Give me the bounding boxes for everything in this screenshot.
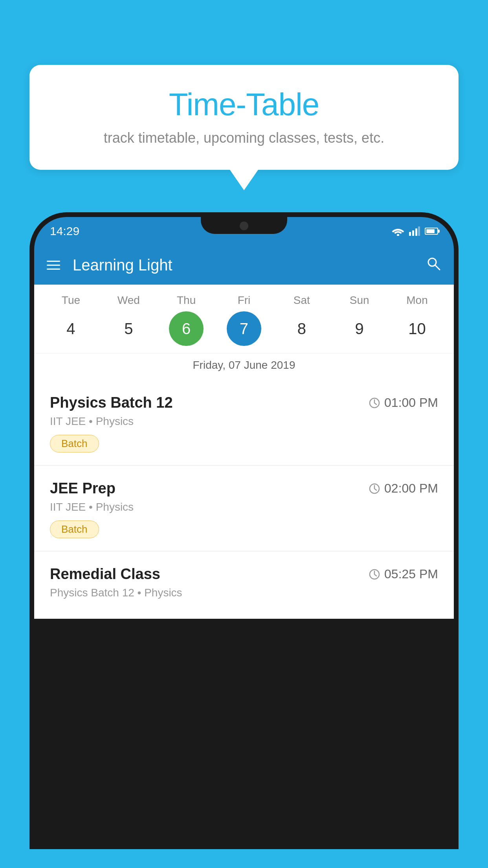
schedule-item-1-time: 01:00 PM xyxy=(369,395,438,410)
schedule-item-3-header: Remedial Class 05:25 PM xyxy=(50,566,438,583)
day-4[interactable]: 4 xyxy=(53,311,88,346)
schedule-item-1-header: Physics Batch 12 01:00 PM xyxy=(50,394,438,411)
schedule-item-3-time: 05:25 PM xyxy=(369,567,438,581)
day-header-sun: Sun xyxy=(342,294,377,307)
schedule-item-1-badge: Batch xyxy=(50,435,99,452)
speech-bubble: Time-Table track timetable, upcoming cla… xyxy=(29,65,459,170)
status-time: 14:29 xyxy=(50,224,79,238)
phone-inner: 14:29 xyxy=(34,217,454,849)
day-10[interactable]: 10 xyxy=(400,311,434,346)
schedule-item-2-title: JEE Prep xyxy=(50,480,116,497)
status-icons xyxy=(392,226,438,236)
schedule-item-3-meta: Physics Batch 12 • Physics xyxy=(50,587,438,599)
phone-notch xyxy=(201,212,287,234)
day-headers: Tue Wed Thu Fri Sat Sun Mon xyxy=(34,294,454,307)
wifi-icon xyxy=(392,226,404,236)
bubble-subtitle: track timetable, upcoming classes, tests… xyxy=(57,130,431,146)
schedule-item-2-meta: IIT JEE • Physics xyxy=(50,501,438,513)
signal-icon xyxy=(409,226,420,236)
svg-rect-3 xyxy=(415,228,417,236)
schedule-item-2-time: 02:00 PM xyxy=(369,481,438,496)
hamburger-menu-button[interactable] xyxy=(47,261,60,270)
app-bar-title: Learning Light xyxy=(73,256,413,274)
schedule-item-3[interactable]: Remedial Class 05:25 PM Physics Batch 12… xyxy=(34,552,454,619)
clock-icon xyxy=(369,483,380,495)
app-bar: Learning Light xyxy=(34,245,454,285)
battery-icon xyxy=(425,228,438,235)
schedule-item-1-title: Physics Batch 12 xyxy=(50,394,173,411)
schedule-item-3-title: Remedial Class xyxy=(50,566,160,583)
day-header-fri: Fri xyxy=(227,294,261,307)
svg-rect-1 xyxy=(409,232,411,236)
svg-line-6 xyxy=(435,265,440,270)
svg-point-0 xyxy=(397,234,399,236)
day-header-sat: Sat xyxy=(284,294,319,307)
day-7-selected[interactable]: 7 xyxy=(227,311,261,346)
hamburger-line xyxy=(47,261,60,262)
day-header-tue: Tue xyxy=(53,294,88,307)
calendar-strip: Tue Wed Thu Fri Sat Sun Mon 4 5 6 7 8 9 … xyxy=(34,285,454,380)
schedule-list: Physics Batch 12 01:00 PM IIT JEE • Phys… xyxy=(34,380,454,619)
schedule-item-1-meta: IIT JEE • Physics xyxy=(50,415,438,428)
svg-rect-2 xyxy=(412,230,414,236)
hamburger-line xyxy=(47,265,60,266)
selected-date-label: Friday, 07 June 2019 xyxy=(34,353,454,380)
bubble-title: Time-Table xyxy=(57,86,431,123)
svg-rect-4 xyxy=(418,226,420,236)
day-header-thu: Thu xyxy=(169,294,204,307)
clock-icon xyxy=(369,568,380,580)
day-8[interactable]: 8 xyxy=(284,311,319,346)
phone-outer: 14:29 xyxy=(29,212,459,849)
day-6-today[interactable]: 6 xyxy=(169,311,204,346)
day-9[interactable]: 9 xyxy=(342,311,377,346)
schedule-item-2-header: JEE Prep 02:00 PM xyxy=(50,480,438,497)
day-5[interactable]: 5 xyxy=(111,311,146,346)
schedule-item-2[interactable]: JEE Prep 02:00 PM IIT JEE • Physics Batc… xyxy=(34,466,454,551)
schedule-item-1[interactable]: Physics Batch 12 01:00 PM IIT JEE • Phys… xyxy=(34,380,454,465)
day-header-wed: Wed xyxy=(111,294,146,307)
clock-icon xyxy=(369,397,380,409)
day-numbers: 4 5 6 7 8 9 10 xyxy=(34,311,454,346)
phone-wrapper: 14:29 xyxy=(29,212,459,868)
schedule-item-2-badge: Batch xyxy=(50,520,99,538)
hamburger-line xyxy=(47,268,60,270)
camera-dot xyxy=(240,221,248,230)
day-header-mon: Mon xyxy=(400,294,434,307)
search-button[interactable] xyxy=(426,256,441,275)
